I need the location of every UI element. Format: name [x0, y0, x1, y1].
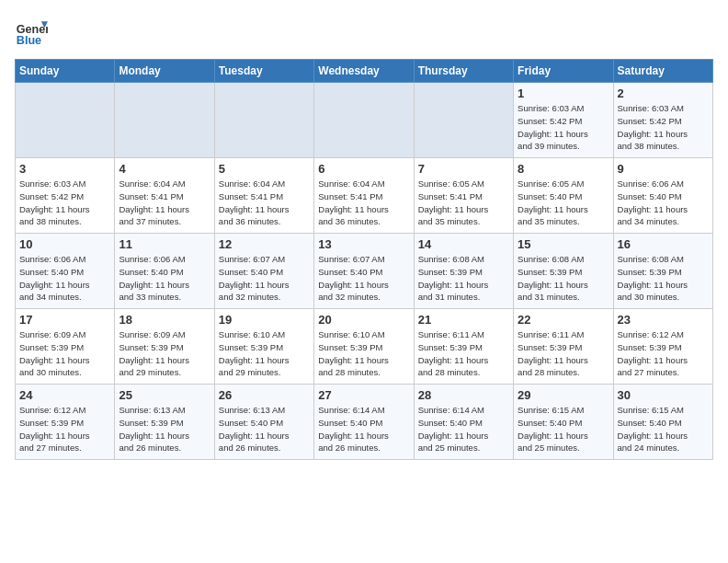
- calendar-cell: 11Sunrise: 6:06 AMSunset: 5:40 PMDayligh…: [115, 234, 214, 309]
- day-info: Sunrise: 6:07 AMSunset: 5:40 PMDaylight:…: [318, 253, 409, 304]
- day-info: Sunrise: 6:06 AMSunset: 5:40 PMDaylight:…: [618, 178, 709, 228]
- weekday-header-monday: Monday: [115, 60, 214, 83]
- weekday-header-saturday: Saturday: [613, 60, 712, 83]
- day-number: 25: [119, 388, 210, 402]
- calendar-week-row: 1Sunrise: 6:03 AMSunset: 5:42 PMDaylight…: [16, 83, 713, 158]
- day-info: Sunrise: 6:05 AMSunset: 5:40 PMDaylight:…: [518, 178, 609, 228]
- calendar-cell: 15Sunrise: 6:08 AMSunset: 5:39 PMDayligh…: [514, 234, 613, 309]
- calendar-cell: 4Sunrise: 6:04 AMSunset: 5:41 PMDaylight…: [115, 158, 214, 234]
- day-number: 28: [418, 388, 509, 402]
- calendar-cell: [214, 83, 313, 158]
- calendar-cell: 9Sunrise: 6:06 AMSunset: 5:40 PMDaylight…: [613, 158, 712, 234]
- day-info: Sunrise: 6:14 AMSunset: 5:40 PMDaylight:…: [318, 404, 409, 454]
- day-info: Sunrise: 6:07 AMSunset: 5:40 PMDaylight:…: [219, 253, 310, 304]
- day-info: Sunrise: 6:08 AMSunset: 5:39 PMDaylight:…: [518, 253, 609, 304]
- day-number: 26: [219, 388, 310, 402]
- day-number: 23: [618, 313, 709, 327]
- day-info: Sunrise: 6:10 AMSunset: 5:39 PMDaylight:…: [318, 328, 409, 379]
- calendar-cell: 12Sunrise: 6:07 AMSunset: 5:40 PMDayligh…: [214, 234, 313, 309]
- calendar-cell: 2Sunrise: 6:03 AMSunset: 5:42 PMDaylight…: [613, 83, 712, 158]
- day-number: 16: [618, 237, 709, 251]
- calendar-cell: [115, 83, 214, 158]
- day-number: 9: [618, 162, 709, 176]
- calendar-cell: [414, 83, 513, 158]
- day-info: Sunrise: 6:14 AMSunset: 5:40 PMDaylight:…: [418, 404, 509, 454]
- day-number: 27: [318, 388, 409, 402]
- calendar-cell: [314, 83, 414, 158]
- day-info: Sunrise: 6:11 AMSunset: 5:39 PMDaylight:…: [418, 328, 509, 379]
- calendar-cell: 30Sunrise: 6:15 AMSunset: 5:40 PMDayligh…: [613, 385, 712, 460]
- weekday-header-thursday: Thursday: [414, 60, 513, 83]
- day-number: 13: [318, 237, 409, 251]
- day-number: 10: [19, 237, 110, 251]
- day-number: 30: [618, 388, 709, 402]
- day-info: Sunrise: 6:09 AMSunset: 5:39 PMDaylight:…: [19, 328, 110, 379]
- day-info: Sunrise: 6:11 AMSunset: 5:39 PMDaylight:…: [518, 328, 609, 379]
- day-info: Sunrise: 6:03 AMSunset: 5:42 PMDaylight:…: [618, 102, 709, 153]
- calendar-cell: 22Sunrise: 6:11 AMSunset: 5:39 PMDayligh…: [514, 309, 613, 385]
- day-info: Sunrise: 6:08 AMSunset: 5:39 PMDaylight:…: [418, 253, 509, 304]
- day-number: 1: [518, 86, 609, 100]
- day-number: 12: [219, 237, 310, 251]
- calendar-cell: 10Sunrise: 6:06 AMSunset: 5:40 PMDayligh…: [16, 234, 115, 309]
- day-number: 2: [618, 86, 709, 100]
- day-number: 8: [518, 162, 609, 176]
- day-info: Sunrise: 6:08 AMSunset: 5:39 PMDaylight:…: [618, 253, 709, 304]
- day-number: 21: [418, 313, 509, 327]
- weekday-header-row: SundayMondayTuesdayWednesdayThursdayFrid…: [16, 60, 713, 83]
- day-number: 29: [518, 388, 609, 402]
- calendar-cell: 21Sunrise: 6:11 AMSunset: 5:39 PMDayligh…: [414, 309, 513, 385]
- calendar-cell: 7Sunrise: 6:05 AMSunset: 5:41 PMDaylight…: [414, 158, 513, 234]
- day-info: Sunrise: 6:06 AMSunset: 5:40 PMDaylight:…: [119, 253, 210, 304]
- calendar-cell: 1Sunrise: 6:03 AMSunset: 5:42 PMDaylight…: [514, 83, 613, 158]
- weekday-header-friday: Friday: [514, 60, 613, 83]
- day-number: 3: [19, 162, 110, 176]
- day-info: Sunrise: 6:13 AMSunset: 5:39 PMDaylight:…: [119, 404, 210, 454]
- calendar-cell: 17Sunrise: 6:09 AMSunset: 5:39 PMDayligh…: [16, 309, 115, 385]
- day-info: Sunrise: 6:12 AMSunset: 5:39 PMDaylight:…: [19, 404, 110, 454]
- day-number: 4: [119, 162, 210, 176]
- svg-text:Blue: Blue: [17, 34, 41, 47]
- calendar-week-row: 17Sunrise: 6:09 AMSunset: 5:39 PMDayligh…: [16, 309, 713, 385]
- day-number: 20: [318, 313, 409, 327]
- day-number: 5: [219, 162, 310, 176]
- calendar-cell: 3Sunrise: 6:03 AMSunset: 5:42 PMDaylight…: [16, 158, 115, 234]
- calendar-week-row: 10Sunrise: 6:06 AMSunset: 5:40 PMDayligh…: [16, 234, 713, 309]
- day-info: Sunrise: 6:12 AMSunset: 5:39 PMDaylight:…: [618, 328, 709, 379]
- weekday-header-tuesday: Tuesday: [214, 60, 313, 83]
- day-info: Sunrise: 6:03 AMSunset: 5:42 PMDaylight:…: [518, 102, 609, 153]
- day-info: Sunrise: 6:13 AMSunset: 5:40 PMDaylight:…: [219, 404, 310, 454]
- calendar-cell: 13Sunrise: 6:07 AMSunset: 5:40 PMDayligh…: [314, 234, 414, 309]
- calendar-cell: 24Sunrise: 6:12 AMSunset: 5:39 PMDayligh…: [16, 385, 115, 460]
- calendar-cell: 16Sunrise: 6:08 AMSunset: 5:39 PMDayligh…: [613, 234, 712, 309]
- calendar-cell: 29Sunrise: 6:15 AMSunset: 5:40 PMDayligh…: [514, 385, 613, 460]
- day-number: 7: [418, 162, 509, 176]
- calendar-week-row: 3Sunrise: 6:03 AMSunset: 5:42 PMDaylight…: [16, 158, 713, 234]
- calendar-cell: 19Sunrise: 6:10 AMSunset: 5:39 PMDayligh…: [214, 309, 313, 385]
- calendar-cell: 23Sunrise: 6:12 AMSunset: 5:39 PMDayligh…: [613, 309, 712, 385]
- day-number: 14: [418, 237, 509, 251]
- calendar-cell: 5Sunrise: 6:04 AMSunset: 5:41 PMDaylight…: [214, 158, 313, 234]
- calendar-cell: 14Sunrise: 6:08 AMSunset: 5:39 PMDayligh…: [414, 234, 513, 309]
- calendar-cell: 6Sunrise: 6:04 AMSunset: 5:41 PMDaylight…: [314, 158, 414, 234]
- day-number: 6: [318, 162, 409, 176]
- page-header: General Blue: [15, 15, 713, 48]
- calendar-cell: 28Sunrise: 6:14 AMSunset: 5:40 PMDayligh…: [414, 385, 513, 460]
- day-number: 15: [518, 237, 609, 251]
- day-number: 19: [219, 313, 310, 327]
- calendar-cell: 18Sunrise: 6:09 AMSunset: 5:39 PMDayligh…: [115, 309, 214, 385]
- day-number: 18: [119, 313, 210, 327]
- day-info: Sunrise: 6:04 AMSunset: 5:41 PMDaylight:…: [119, 178, 210, 228]
- day-info: Sunrise: 6:05 AMSunset: 5:41 PMDaylight:…: [418, 178, 509, 228]
- weekday-header-wednesday: Wednesday: [314, 60, 414, 83]
- weekday-header-sunday: Sunday: [16, 60, 115, 83]
- calendar-cell: 20Sunrise: 6:10 AMSunset: 5:39 PMDayligh…: [314, 309, 414, 385]
- calendar-table: SundayMondayTuesdayWednesdayThursdayFrid…: [15, 59, 713, 460]
- day-number: 24: [19, 388, 110, 402]
- calendar-cell: 26Sunrise: 6:13 AMSunset: 5:40 PMDayligh…: [214, 385, 313, 460]
- calendar-body: 1Sunrise: 6:03 AMSunset: 5:42 PMDaylight…: [16, 83, 713, 460]
- day-info: Sunrise: 6:15 AMSunset: 5:40 PMDaylight:…: [518, 404, 609, 454]
- calendar-week-row: 24Sunrise: 6:12 AMSunset: 5:39 PMDayligh…: [16, 385, 713, 460]
- day-number: 17: [19, 313, 110, 327]
- logo-icon: General Blue: [15, 15, 48, 48]
